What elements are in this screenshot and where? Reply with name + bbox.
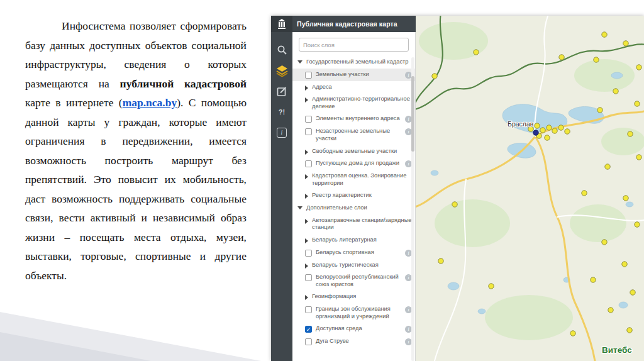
map-marker[interactable]	[582, 191, 587, 196]
layer-group-row[interactable]: Геоинформация	[292, 291, 415, 303]
layer-checkbox[interactable]	[305, 338, 312, 345]
map-marker[interactable]	[623, 41, 628, 46]
map-marker[interactable]	[630, 290, 635, 295]
layer-label: Государственный земельный кадастр	[306, 58, 412, 66]
layer-label: Земельные участки	[316, 71, 402, 79]
layer-row[interactable]: Белорусский республиканский союз юристов…	[292, 271, 415, 291]
map-marker[interactable]	[540, 128, 545, 133]
map-marker[interactable]	[535, 123, 540, 128]
map-marker[interactable]	[432, 74, 437, 79]
expand-icon[interactable]	[305, 238, 308, 243]
lake	[611, 72, 623, 79]
map-marker[interactable]	[636, 65, 641, 70]
nca-logo-icon	[271, 16, 292, 32]
layer-group-row[interactable]: Дополнительные слои	[292, 202, 415, 214]
map-canvas[interactable]: БраславВитебс	[416, 16, 644, 361]
map-marker-selected[interactable]	[533, 130, 538, 135]
map-marker[interactable]	[602, 32, 607, 37]
map-marker[interactable]	[627, 328, 632, 333]
panel-scrollbar[interactable]	[411, 57, 414, 361]
map-marker[interactable]	[594, 57, 599, 62]
layer-group-row[interactable]: Беларусь туристическая	[292, 259, 415, 272]
expand-icon[interactable]	[305, 174, 308, 179]
map-marker[interactable]	[597, 108, 602, 113]
layer-group-row[interactable]: Адреса	[292, 81, 415, 94]
map-marker[interactable]	[570, 331, 575, 336]
layer-checkbox[interactable]: ✓	[305, 326, 312, 333]
map-marker[interactable]	[552, 128, 557, 133]
scrollbar-thumb[interactable]	[411, 76, 414, 152]
layer-row[interactable]: Беларусь спортивнаяi	[292, 247, 415, 259]
collapse-icon[interactable]	[297, 60, 303, 64]
map-marker[interactable]	[636, 155, 641, 160]
layer-group-row[interactable]: Кадастровая оценка. Зонирование территор…	[292, 170, 415, 189]
layer-checkbox[interactable]	[305, 116, 312, 123]
expand-icon[interactable]	[305, 150, 308, 155]
expand-icon[interactable]	[305, 97, 308, 103]
layer-row[interactable]: Незастроенные земельные участкиi	[292, 125, 415, 145]
layer-row[interactable]: Дуга Струвеi	[292, 335, 415, 348]
map-marker[interactable]	[622, 262, 627, 267]
layer-row[interactable]: Пустующие дома для продажиi	[292, 157, 415, 170]
map-label-town: Браслав	[508, 120, 534, 128]
layer-checkbox[interactable]	[305, 306, 312, 313]
forest-area	[570, 204, 626, 242]
map-marker[interactable]	[628, 131, 633, 136]
expand-icon[interactable]	[305, 219, 308, 224]
layer-row[interactable]: Границы зон обслуживания организаций и у…	[292, 303, 415, 323]
layer-label: Кадастровая оценка. Зонирование территор…	[312, 172, 412, 187]
layer-label: Административно-территориальное деление	[312, 96, 412, 110]
search-icon[interactable]	[274, 42, 290, 57]
map-marker[interactable]	[635, 222, 640, 227]
layer-group-row[interactable]: Автозаправочные станции/зарядные станции	[292, 214, 415, 234]
map-marker[interactable]	[608, 308, 613, 313]
info-icon[interactable]: i	[274, 125, 290, 140]
expand-icon[interactable]	[305, 194, 308, 199]
map-marker[interactable]	[438, 258, 443, 264]
layer-group-row[interactable]: Беларусь литературная	[292, 234, 415, 247]
map-marker[interactable]	[565, 129, 570, 134]
map-marker[interactable]	[635, 101, 640, 106]
help-icon[interactable]: ?!	[274, 104, 290, 119]
layer-row[interactable]: Элементы внутреннего адресаi	[292, 113, 415, 125]
map-marker[interactable]	[489, 284, 494, 289]
slide-paragraph: Инфосистема позволяет сформировать базу …	[25, 16, 247, 285]
expand-icon[interactable]	[305, 295, 308, 300]
layer-group-row[interactable]: Государственный земельный кадастр	[292, 56, 415, 69]
layer-group-row[interactable]: Административно-территориальное деление	[292, 93, 415, 113]
map-marker[interactable]	[591, 277, 596, 282]
expand-icon[interactable]	[305, 86, 308, 91]
expand-icon[interactable]	[305, 264, 308, 269]
layer-group-row[interactable]: Свободные земельные участки	[292, 145, 415, 158]
map-marker[interactable]	[623, 196, 628, 201]
map-marker[interactable]	[474, 50, 479, 55]
layer-label: Дуга Струве	[316, 338, 402, 345]
layer-checkbox[interactable]	[305, 128, 312, 135]
forest-area	[435, 199, 510, 247]
layer-row[interactable]: ✓Доступная средаi	[292, 323, 415, 335]
layer-label: Свободные земельные участки	[312, 148, 412, 155]
layers-icon[interactable]	[274, 63, 290, 78]
layer-checkbox[interactable]	[305, 274, 312, 281]
map-marker[interactable]	[452, 202, 457, 207]
map-marker[interactable]	[559, 55, 564, 60]
layer-group-row[interactable]: Реестр характеристик	[292, 189, 415, 202]
report-icon[interactable]	[274, 84, 290, 99]
layer-label: Автозаправочные станции/зарядные станции	[312, 217, 412, 231]
forest-area	[574, 59, 635, 92]
map-marker[interactable]	[547, 125, 552, 130]
layer-label: Геоинформация	[312, 293, 412, 301]
map-marker[interactable]	[545, 135, 550, 140]
map-marker[interactable]	[613, 89, 618, 94]
collapse-icon[interactable]	[297, 206, 303, 209]
layer-checkbox[interactable]	[305, 72, 312, 79]
layer-checkbox[interactable]	[305, 160, 312, 167]
map-marker[interactable]	[602, 240, 607, 245]
layer-checkbox[interactable]	[305, 250, 312, 257]
layer-search-input[interactable]	[299, 38, 409, 52]
map-marker[interactable]	[558, 125, 564, 130]
layer-label: Беларусь литературная	[312, 236, 412, 244]
map-nca-by-link[interactable]: map.nca.by	[123, 96, 177, 109]
map-marker[interactable]	[605, 164, 610, 169]
layer-row[interactable]: Земельные участкиi	[292, 69, 415, 81]
